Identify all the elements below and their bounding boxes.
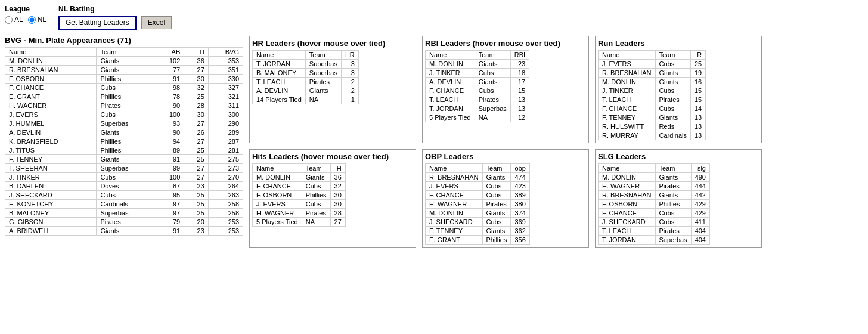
table-cell: F. OSBORN (5, 75, 97, 84)
table-cell: J. TITUS (5, 146, 97, 155)
table-cell: Pirates (97, 101, 154, 110)
table-cell: 26 (184, 128, 209, 137)
table-cell: F. TENNEY (599, 113, 656, 122)
table-cell: Phillies (302, 191, 330, 200)
table-cell: 423 (511, 182, 529, 191)
bvg-col-bvg: BVG (208, 48, 243, 57)
table-cell: Giants (482, 209, 511, 218)
table-cell: 100 (154, 110, 184, 119)
table-cell: Cubs (97, 173, 154, 182)
table-cell: 13 (510, 104, 529, 113)
table-row: T. LEACHPirates404 (599, 227, 710, 236)
table-cell: A. DEVLIN (5, 128, 97, 137)
table-cell: 94 (154, 137, 184, 146)
table-cell: 27 (184, 119, 209, 128)
hr-leaders-table: NameTeamHR T. JORDANSuperbas3B. MALONEYS… (252, 50, 359, 104)
table-cell: 300 (208, 110, 243, 119)
radio-nl[interactable]: NL (28, 16, 46, 24)
table-cell: 27 (184, 137, 209, 146)
table-cell: 30 (184, 110, 209, 119)
get-batting-leaders-button[interactable]: Get Batting Leaders (58, 16, 137, 30)
table-cell: J. SHECKARD (5, 191, 97, 200)
table-row: R. MURRAYCardinals13 (599, 131, 706, 140)
hr-leaders-title: HR Leaders (hover mouse over tied) (252, 39, 413, 48)
table-cell: 404 (691, 227, 709, 236)
table-cell: Giants (97, 66, 154, 75)
table-cell: 89 (154, 146, 184, 155)
table-cell: 273 (208, 164, 243, 173)
table-row: J. EVERSCubs30 (253, 200, 346, 209)
table-row: H. WAGNERPirates444 (599, 182, 710, 191)
table-cell: Phillies (97, 137, 154, 146)
table-cell: Pirates (302, 209, 330, 218)
table-row: J. TITUSPhillies8925281 (5, 146, 243, 155)
table-cell: 23 (184, 227, 209, 236)
table-row: T. SHEEHANSuperbas9927273 (5, 164, 243, 173)
rbi-leaders-table: NameTeamRBI M. DONLINGiants23J. TINKERCu… (425, 50, 529, 122)
table-cell: B. DAHLEN (5, 182, 97, 191)
table-cell: F. TENNEY (426, 227, 483, 236)
table-row: M. DONLINGiants23 (426, 60, 529, 69)
table-cell: 411 (691, 218, 709, 227)
excel-button[interactable]: Excel (141, 16, 172, 29)
table-cell: F. CHANCE (599, 104, 656, 113)
table-cell: 93 (154, 119, 184, 128)
table-row: M. DONLINGiants16 (599, 78, 706, 86)
table-cell: 19 (691, 69, 706, 78)
table-cell: 27 (184, 173, 209, 182)
table-cell: J. SHECKARD (599, 218, 656, 227)
table-cell: T. JORDAN (253, 60, 306, 69)
table-row: J. TINKERCubs15 (599, 86, 706, 95)
radio-al-input[interactable] (5, 16, 13, 24)
table-cell: 98 (154, 84, 184, 92)
table-cell: Cubs (655, 60, 690, 69)
table-cell: 275 (208, 155, 243, 164)
table-cell: Pirates (97, 218, 154, 227)
table-cell: 17 (510, 78, 529, 86)
table-cell: 2 (341, 86, 358, 95)
table-cell: F. CHANCE (426, 86, 475, 95)
table-cell: Cubs (475, 86, 510, 95)
table-cell: 444 (691, 182, 709, 191)
table-row: J. SHECKARDCubs369 (426, 218, 530, 227)
table-cell: 380 (511, 200, 529, 209)
table-cell: M. DONLIN (599, 173, 656, 182)
table-row: T. JORDANSuperbas404 (599, 236, 710, 245)
table-row: T. LEACHPirates2 (253, 78, 359, 86)
table-row: F. CHANCECubs14 (599, 104, 706, 113)
table-cell: 281 (208, 146, 243, 155)
table-cell: J. EVERS (5, 110, 97, 119)
table-cell: Superbas (97, 119, 154, 128)
table-cell: R. HULSWITT (599, 122, 656, 131)
table-row: J. HUMMELSuperbas9327290 (5, 119, 243, 128)
table-cell: 15 (691, 95, 706, 104)
table-cell: Cubs (655, 104, 690, 113)
table-cell: J. EVERS (426, 182, 483, 191)
table-cell: Giants (655, 78, 690, 86)
table-cell: 36 (184, 57, 209, 66)
table-row: F. TENNEYGiants9125275 (5, 155, 243, 164)
table-cell: 20 (184, 218, 209, 227)
table-cell: Superbas (305, 60, 341, 69)
table-cell: 87 (154, 182, 184, 191)
table-cell: Giants (305, 86, 341, 95)
radio-al[interactable]: AL (5, 16, 23, 24)
table-row: A. DEVLINGiants2 (253, 86, 359, 95)
table-row: 14 Players TiedNA1 (253, 95, 359, 104)
table-cell: Cubs (475, 69, 510, 78)
table-cell: Cubs (97, 191, 154, 200)
table-cell: B. MALONEY (5, 209, 97, 218)
table-cell: Giants (97, 227, 154, 236)
table-cell: 25 (691, 60, 706, 69)
table-row: E. GRANTPhillies356 (426, 236, 530, 245)
table-cell: Giants (655, 191, 691, 200)
table-cell: 91 (154, 75, 184, 84)
bvg-table: Name Team AB H BVG M. DONLINGiants102363… (5, 47, 243, 236)
table-cell: 327 (208, 84, 243, 92)
radio-nl-input[interactable] (28, 16, 36, 24)
table-row: E. KONETCHYCardinals9725258 (5, 200, 243, 209)
table-cell: Giants (482, 173, 511, 182)
table-row: B. MALONEYSuperbas9725258 (5, 209, 243, 218)
table-cell: A. BRIDWELL (5, 227, 97, 236)
table-cell: Giants (482, 227, 511, 236)
